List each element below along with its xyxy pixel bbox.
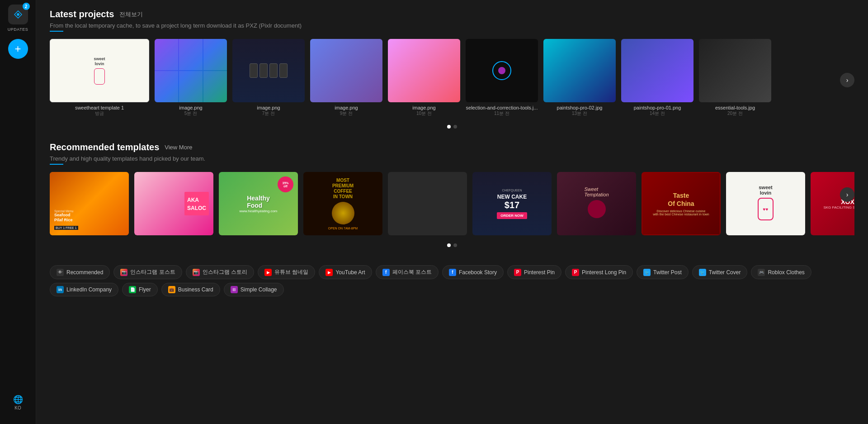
project-thumbnail <box>388 39 460 102</box>
template-preview: sweetlovin ♥♥ <box>726 172 805 235</box>
facebook-icon: f <box>382 269 390 276</box>
tag-label: Twitter Cover <box>709 269 741 276</box>
category-tag-simple-collage[interactable]: ⊞ Simple Collage <box>224 283 284 296</box>
seafood-title: SeafoodPilaf Rice <box>54 213 78 223</box>
aka-text: AKASALOC <box>187 197 206 211</box>
add-new-button[interactable]: + <box>8 39 28 59</box>
coffee-title: MOSTPREMIUMCOFFEEIN TOWN <box>332 178 354 200</box>
project-thumbnail <box>466 39 538 102</box>
template-preview: AKASALOC <box>134 172 213 235</box>
food-title: HealthyFood <box>247 195 270 209</box>
sidebar-logo[interactable]: 2 <box>8 5 28 24</box>
carousel-dot[interactable] <box>447 125 451 129</box>
project-preview <box>232 39 305 102</box>
bottle-icon: ♥♥ <box>758 198 774 220</box>
carousel-dot[interactable] <box>453 243 457 247</box>
svg-point-3 <box>498 67 505 74</box>
project-name: image.png <box>335 105 358 110</box>
template-item[interactable]: SweetTemptation <box>557 172 636 235</box>
project-item[interactable]: sweetlovin sweetheart template 1 방금 <box>50 39 149 117</box>
project-name: image.png <box>257 105 280 110</box>
project-name: selection-and-correction-tools.j... <box>466 105 538 110</box>
template-item[interactable]: TasteOf China Discover delicious Chinese… <box>642 172 721 235</box>
tag-label: Facebook Story <box>459 269 497 276</box>
project-preview <box>543 39 616 102</box>
category-tag-flyer[interactable]: 📄 Flyer <box>122 283 158 296</box>
project-item[interactable]: image.png 5분 전 <box>155 39 227 117</box>
temptation-circle <box>588 200 606 218</box>
eye-icon: 👁 <box>57 269 64 276</box>
recommended-title: Recommended templates <box>50 142 159 152</box>
template-thumbnail: CHEFQUEEN NEW CAKE $17 ORDER NOW <box>472 172 552 235</box>
tag-label: 유튜브 썸네일 <box>274 268 308 276</box>
category-tag-twitter-post[interactable]: 🐦 Twitter Post <box>637 265 689 279</box>
view-more-button[interactable]: View More <box>165 144 192 151</box>
view-all-button[interactable]: 전체보기 <box>119 10 143 19</box>
project-item[interactable]: image.png 7분 전 <box>232 39 305 117</box>
project-preview <box>621 39 693 102</box>
category-tag-instagram-story[interactable]: 📷 인스타그램 스토리 <box>186 265 254 279</box>
project-thumbnail <box>232 39 305 102</box>
template-item[interactable]: CHEFQUEEN NEW CAKE $17 ORDER NOW <box>472 172 552 235</box>
template-preview: 35%off HealthyFood www.healthyeating.com <box>219 172 298 235</box>
category-tag-linkedin[interactable]: in LinkedIn Company <box>50 283 118 296</box>
project-item[interactable]: selection-and-correction-tools.j... 11분 … <box>466 39 538 117</box>
category-tag-business-card[interactable]: 💼 Business Card <box>161 283 220 296</box>
template-item[interactable]: Special Menu SeafoodPilaf Rice BUY 1 FRE… <box>50 172 129 235</box>
template-thumbnail: TasteOf China Discover delicious Chinese… <box>642 172 721 235</box>
template-thumbnail: sweetlovin ♥♥ <box>726 172 805 235</box>
language-selector[interactable]: 🌐 KO <box>13 395 23 419</box>
category-tag-twitter-cover[interactable]: 🐦 Twitter Cover <box>692 265 748 279</box>
category-tag-facebook-story[interactable]: f Facebook Story <box>442 265 504 279</box>
template-item[interactable]: AKASALOC <box>134 172 213 235</box>
recommended-subtitle: Trendy and high quality templates hand p… <box>50 155 854 162</box>
seafood-text: Special Menu SeafoodPilaf Rice BUY 1 FRE… <box>54 210 78 231</box>
updates-label: UPDATES <box>8 27 28 32</box>
category-tag-instagram-post[interactable]: 📷 인스타그램 포스트 <box>113 265 182 279</box>
projects-carousel-dots <box>50 125 854 129</box>
category-tag-roblox[interactable]: 🎮 Roblox Clothes <box>751 265 811 279</box>
template-item[interactable] <box>388 172 467 235</box>
project-item[interactable]: paintshop-pro-01.png 14분 전 <box>621 39 693 117</box>
project-item[interactable]: essential-tools.jpg 20분 전 <box>699 39 771 117</box>
category-tag-pinterest-pin[interactable]: P Pinterest Pin <box>507 265 561 279</box>
project-preview <box>466 39 538 102</box>
template-thumbnail: XOXO SKG FACILITING SOMEWHERE <box>811 172 854 235</box>
template-item[interactable]: sweetlovin ♥♥ <box>726 172 805 235</box>
youtube-icon: ▶ <box>326 269 333 276</box>
pink-overlay: AKASALOC <box>184 192 209 215</box>
template-item[interactable]: 35%off HealthyFood www.healthyeating.com <box>219 172 298 235</box>
tag-label: Pinterest Long Pin <box>582 269 626 276</box>
project-item[interactable]: image.png 10분 전 <box>388 39 460 117</box>
tag-label: Flyer <box>139 286 151 293</box>
linkedin-icon: in <box>57 286 64 293</box>
category-tag-youtube-thumbnail[interactable]: ▶ 유튜브 썸네일 <box>258 265 315 279</box>
category-tag-facebook-post[interactable]: f 페이스북 포스트 <box>376 265 439 279</box>
template-item[interactable]: XOXO SKG FACILITING SOMEWHERE <box>811 172 854 235</box>
updates-badge: 2 <box>23 3 30 10</box>
pinterest-icon: P <box>514 269 521 276</box>
facebook-icon: f <box>449 269 456 276</box>
tag-label: Business Card <box>178 286 213 293</box>
project-name: paintshop-pro-02.jpg <box>557 105 603 110</box>
project-thumbnail <box>621 39 693 102</box>
templates-carousel-next[interactable]: › <box>840 187 854 202</box>
category-tag-youtube-art[interactable]: ▶ YouTube Art <box>319 265 372 279</box>
project-time: 13분 전 <box>572 110 587 117</box>
tag-label: YouTube Art <box>335 269 365 276</box>
carousel-dot[interactable] <box>453 125 457 129</box>
template-item[interactable]: MOSTPREMIUMCOFFEEIN TOWN OPEN ON 7AM-8PM <box>303 172 382 235</box>
projects-carousel-next[interactable]: › <box>840 73 854 87</box>
project-item[interactable]: image.png 9분 전 <box>310 39 382 117</box>
svg-point-1 <box>17 13 19 16</box>
template-grid: Special Menu SeafoodPilaf Rice BUY 1 FRE… <box>50 172 854 240</box>
tag-label: Roblox Clothes <box>768 269 804 276</box>
tag-label: Simple Collage <box>241 286 277 293</box>
project-item[interactable]: paintshop-pro-02.jpg 13분 전 <box>543 39 616 117</box>
carousel-dot[interactable] <box>447 243 451 247</box>
sweet-title: SweetTemptation <box>584 186 609 197</box>
template-preview <box>388 172 467 235</box>
category-tag-pinterest-long[interactable]: P Pinterest Long Pin <box>565 265 633 279</box>
template-preview: CHEFQUEEN NEW CAKE $17 ORDER NOW <box>472 172 552 235</box>
category-tag-recommended[interactable]: 👁 Recommended <box>50 265 110 279</box>
